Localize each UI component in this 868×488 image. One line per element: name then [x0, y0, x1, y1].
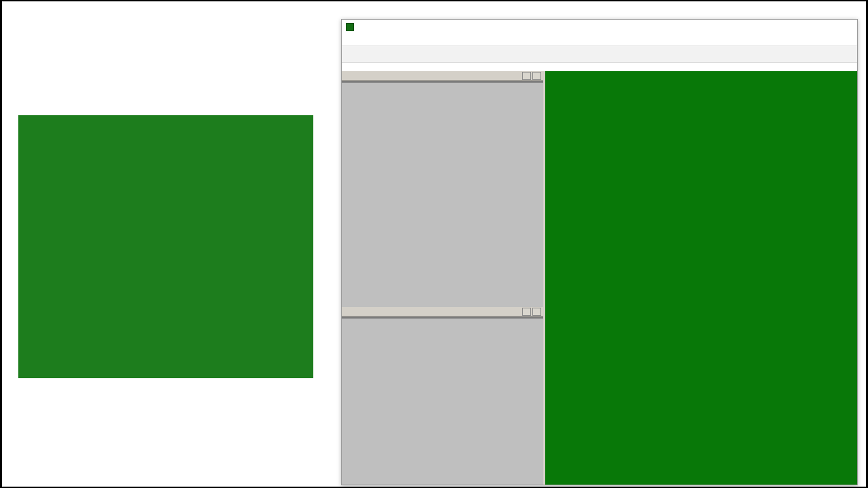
- toolbar: [342, 46, 857, 63]
- properties-column: [342, 71, 545, 485]
- pane-empty-area: [342, 319, 543, 374]
- close-button[interactable]: [834, 20, 853, 34]
- realtime-charts-area: [545, 71, 857, 485]
- position-target-plot: [18, 115, 313, 378]
- help-icon[interactable]: [522, 72, 531, 80]
- point-properties-header[interactable]: [342, 71, 543, 81]
- characteristic-properties-pane: [342, 307, 543, 374]
- window-controls: [796, 20, 853, 34]
- title-bar[interactable]: [342, 20, 857, 35]
- collapse-icon[interactable]: [532, 72, 541, 80]
- collapse-icon[interactable]: [532, 308, 541, 316]
- characteristic-properties-header[interactable]: [342, 307, 543, 317]
- menu-bar: [342, 35, 857, 46]
- help-icon[interactable]: [522, 308, 531, 316]
- maximize-button[interactable]: [815, 20, 834, 34]
- app-icon: [346, 23, 354, 31]
- main-area: [342, 71, 857, 485]
- minimize-button[interactable]: [796, 20, 815, 34]
- qc-calc-window: [341, 19, 858, 485]
- pane-empty-area: [342, 83, 543, 192]
- point-properties-pane: [342, 71, 543, 192]
